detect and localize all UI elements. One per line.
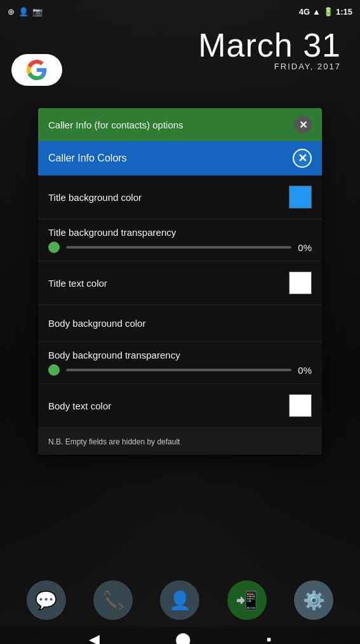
title-transparency-slider[interactable] xyxy=(66,246,291,249)
settings-icon: ⚙️ xyxy=(303,590,325,611)
body-text-color-label: Body text color xyxy=(48,401,111,411)
day-text: FRIDAY, 2017 xyxy=(198,62,341,71)
recent-apps-button[interactable]: ▪ xyxy=(267,631,272,644)
dialog-body: Title background color Title background … xyxy=(38,175,322,428)
dialog-subheader: Caller Info Colors ✕ xyxy=(38,141,322,175)
dialer-icon: 📲 xyxy=(236,590,258,611)
title-bg-color-label: Title background color xyxy=(48,192,142,203)
notification-icon-1: ⊕ xyxy=(8,7,15,17)
dock-phone-button[interactable]: 📞 xyxy=(93,580,133,620)
title-transparency-value: 0% xyxy=(298,242,312,253)
dock-contacts-button[interactable]: 👤 xyxy=(160,580,199,620)
dialog-subheader-close-button[interactable]: ✕ xyxy=(293,149,312,168)
dock-dialer-button[interactable]: 📲 xyxy=(227,580,267,620)
body-transparency-dot[interactable] xyxy=(48,364,60,376)
status-left-icons: ⊕ 👤 📷 xyxy=(8,7,43,17)
title-bg-transparency-row: Title background transparency 0% xyxy=(38,219,322,261)
google-search-button[interactable] xyxy=(11,54,62,86)
battery-icon: 🔋 xyxy=(323,7,333,17)
network-type: 4G xyxy=(299,7,310,17)
body-text-color-row: Body text color xyxy=(38,384,322,428)
title-bg-color-row: Title background color xyxy=(38,175,322,219)
phone-icon: 📞 xyxy=(102,590,124,611)
back-button[interactable]: ◀ xyxy=(89,631,100,644)
contacts-icon: 👤 xyxy=(169,590,191,611)
messages-icon: 💬 xyxy=(35,590,57,611)
bottom-navigation: 💬 📞 👤 📲 ⚙️ ◀ ⬤ ▪ xyxy=(0,574,360,644)
title-text-color-row: Title text color xyxy=(38,261,322,305)
body-bg-transparency-controls: 0% xyxy=(48,364,312,376)
title-text-color-label: Title text color xyxy=(48,278,107,289)
dialog-footer: N.B. Empty fields are hidden by default xyxy=(38,428,322,455)
dialog-header: Caller Info (for contacts) options ✕ xyxy=(38,108,322,141)
time-display: 1:15 xyxy=(336,7,352,17)
system-nav-buttons: ◀ ⬤ ▪ xyxy=(0,626,360,644)
notification-icon-2: 👤 xyxy=(18,7,29,17)
datetime-display: March 31 FRIDAY, 2017 xyxy=(198,29,341,71)
title-text-color-swatch[interactable] xyxy=(289,271,312,294)
status-bar: ⊕ 👤 📷 4G ▲ 🔋 1:15 xyxy=(0,0,360,23)
status-right: 4G ▲ 🔋 1:15 xyxy=(299,7,352,17)
app-dock: 💬 📞 👤 📲 ⚙️ xyxy=(0,574,360,626)
title-bg-transparency-label: Title background transparency xyxy=(48,227,312,238)
body-bg-color-label: Body background color xyxy=(48,318,145,329)
dock-messages-button[interactable]: 💬 xyxy=(27,580,66,620)
title-bg-transparency-controls: 0% xyxy=(48,242,312,253)
body-text-color-swatch[interactable] xyxy=(289,394,312,417)
dialog-header-title: Caller Info (for contacts) options xyxy=(48,120,183,130)
body-transparency-value: 0% xyxy=(298,365,312,376)
body-bg-transparency-label: Body background transparency xyxy=(48,350,312,360)
notification-icon-3: 📷 xyxy=(32,7,43,17)
caller-info-dialog: Caller Info (for contacts) options ✕ Cal… xyxy=(38,108,322,455)
body-bg-transparency-row: Body background transparency 0% xyxy=(38,342,322,384)
home-button[interactable]: ⬤ xyxy=(175,631,191,644)
title-transparency-dot[interactable] xyxy=(48,242,60,253)
body-bg-color-row: Body background color xyxy=(38,305,322,342)
dialog-subheader-title: Caller Info Colors xyxy=(48,153,127,164)
dialog-footer-note: N.B. Empty fields are hidden by default xyxy=(48,437,180,446)
signal-icon: ▲ xyxy=(312,7,321,17)
dialog-close-button[interactable]: ✕ xyxy=(294,116,312,134)
dock-settings-button[interactable]: ⚙️ xyxy=(294,580,333,620)
title-bg-color-swatch[interactable] xyxy=(289,186,312,209)
body-transparency-slider[interactable] xyxy=(66,369,291,371)
date-text: March 31 xyxy=(198,29,341,62)
google-logo-icon xyxy=(27,60,47,80)
